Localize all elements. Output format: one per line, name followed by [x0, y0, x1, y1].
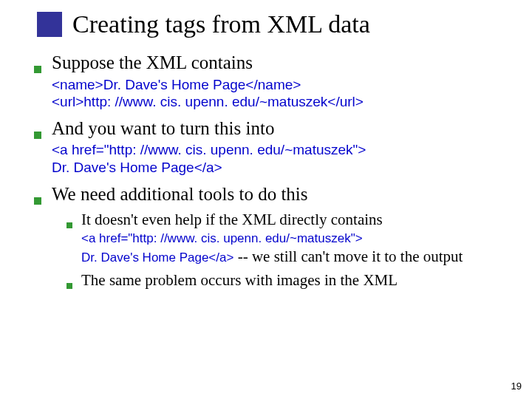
title-accent-square	[37, 12, 62, 37]
square-bullet-icon	[66, 283, 72, 289]
inline-code: Dr. Dave's Home Page</a>	[81, 250, 233, 265]
sub-bullet-1-code: <a href="http: //www. cis. upenn. edu/~m…	[81, 231, 510, 266]
bullet-2-text: And you want to turn this into	[52, 117, 274, 140]
code-line: <url>http: //www. cis. upenn. edu/~matus…	[52, 94, 364, 109]
bullet-1-code: <name>Dr. Dave's Home Page</name> <url>h…	[52, 76, 510, 112]
bullet-list: Suppose the XML contains <name>Dr. Dave'…	[34, 51, 510, 290]
sub-bullet-1-text: It doesn't even help if the XML directly…	[81, 210, 383, 229]
square-bullet-icon	[34, 66, 41, 73]
sub-bullet-item-2: The same problem occurs with images in t…	[66, 270, 510, 290]
square-bullet-icon	[34, 132, 41, 139]
code-line-mixed: Dr. Dave's Home Page</a> -- we still can…	[81, 247, 510, 266]
bullet-item-1: Suppose the XML contains <name>Dr. Dave'…	[34, 51, 510, 111]
slide-title: Creating tags from XML data	[72, 10, 370, 38]
sub-bullet-item-1: It doesn't even help if the XML directly…	[66, 210, 510, 266]
bullet-1-text: Suppose the XML contains	[52, 51, 253, 74]
bullet-3-text: We need additional tools to do this	[52, 183, 308, 205]
code-line: <name>Dr. Dave's Home Page</name>	[52, 77, 301, 92]
slide: Creating tags from XML data Suppose the …	[0, 0, 532, 399]
title-row: Creating tags from XML data	[37, 10, 510, 38]
code-line: Dr. Dave's Home Page</a>	[52, 160, 222, 175]
bullet-item-2: And you want to turn this into <a href="…	[34, 117, 510, 177]
square-bullet-icon	[66, 222, 72, 228]
code-line: <a href="http: //www. cis. upenn. edu/~m…	[81, 231, 510, 246]
sub-bullet-list: It doesn't even help if the XML directly…	[66, 210, 510, 290]
inline-tail-text: -- we still can't move it to the output	[233, 248, 463, 265]
page-number: 19	[511, 381, 522, 392]
bullet-2-code: <a href="http: //www. cis. upenn. edu/~m…	[52, 141, 510, 177]
bullet-item-3: We need additional tools to do this It d…	[34, 183, 510, 290]
sub-bullet-2-text: The same problem occurs with images in t…	[81, 270, 398, 290]
square-bullet-icon	[34, 197, 41, 205]
code-line: <a href="http: //www. cis. upenn. edu/~m…	[52, 142, 366, 157]
